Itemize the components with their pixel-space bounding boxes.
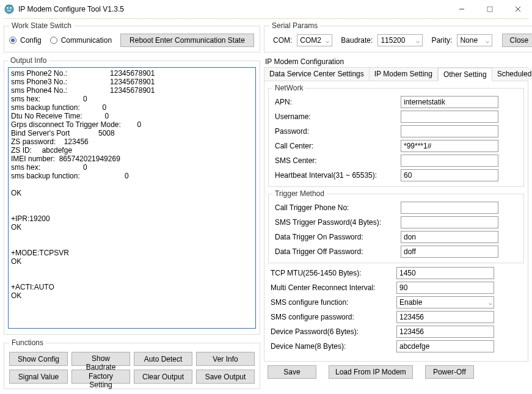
- sms-config-func-select[interactable]: Enable ⌵: [396, 296, 494, 308]
- radio-config-label: Config: [20, 36, 42, 45]
- sms-trigger-pw-input[interactable]: [401, 216, 498, 228]
- load-from-modem-button[interactable]: Load From IP Modem: [329, 365, 413, 379]
- save-output-button[interactable]: Save Output: [196, 370, 255, 384]
- radio-config[interactable]: Config: [9, 36, 42, 45]
- output-info-group: Output Info: [4, 56, 260, 335]
- sms-config-pw-input[interactable]: [396, 311, 494, 323]
- app-icon: [4, 4, 15, 15]
- sms-config-func-label: SMS configure function:: [268, 298, 396, 307]
- minimize-button[interactable]: [448, 0, 476, 18]
- com-value: COM2: [300, 36, 324, 45]
- apn-label: APN:: [272, 98, 401, 106]
- device-name-label: Device Name(8 Bytes):: [268, 342, 396, 351]
- svg-rect-4: [487, 7, 492, 12]
- username-input[interactable]: [401, 111, 498, 123]
- ver-info-button[interactable]: Ver Info: [196, 352, 255, 366]
- chevron-down-icon: ⌵: [324, 37, 330, 44]
- window-title: IP Modem Configure Tool V1.3.5: [18, 5, 124, 13]
- svg-point-1: [7, 7, 9, 9]
- device-name-input[interactable]: [396, 340, 494, 352]
- ip-modem-config-header: IP Modem Configuration: [265, 57, 528, 66]
- password-input[interactable]: [401, 125, 498, 137]
- call-trigger-label: Call Trigger Phone No:: [272, 203, 401, 212]
- multi-center-input[interactable]: [396, 282, 494, 294]
- baudrate-value: 115200: [381, 36, 415, 45]
- data-trigger-on-label: Data Trigger On Password:: [272, 233, 401, 241]
- sms-config-pw-label: SMS configure password:: [268, 313, 396, 321]
- call-center-input[interactable]: [401, 140, 498, 152]
- work-state-group: Work State Switch Config Communication R…: [4, 21, 260, 53]
- tab-scheduled-power[interactable]: Scheduled Pow: [492, 68, 532, 81]
- multi-center-label: Multi Center Reconnect Interval:: [268, 283, 396, 292]
- sms-trigger-pw-label: SMS Trigger Password(4 Bytes):: [272, 218, 401, 227]
- com-select[interactable]: COM2 ⌵: [297, 34, 332, 46]
- sms-center-label: SMS Center:: [272, 156, 401, 165]
- work-state-legend: Work State Switch: [9, 21, 74, 30]
- tcp-mtu-label: TCP MTU(256-1450 Bytes):: [268, 269, 396, 277]
- radio-dot-icon: [50, 37, 57, 44]
- chevron-down-icon: ⌵: [489, 299, 492, 306]
- output-textarea[interactable]: [8, 67, 256, 329]
- trigger-method-legend: Trigger Method: [272, 189, 327, 198]
- call-center-label: Call Center:: [272, 142, 401, 150]
- tab-other-setting[interactable]: Other Setting: [438, 68, 492, 81]
- sms-center-input[interactable]: [401, 155, 498, 167]
- radio-communication[interactable]: Communication: [50, 36, 112, 45]
- data-trigger-on-input[interactable]: [401, 231, 498, 243]
- show-baudrate-button[interactable]: Show Baudrate: [71, 352, 130, 366]
- com-label: COM:: [273, 36, 292, 45]
- close-serial-button[interactable]: Close: [502, 34, 532, 47]
- svg-point-0: [5, 5, 13, 13]
- data-trigger-off-label: Data Trigger Off Password:: [272, 247, 401, 256]
- tab-data-service[interactable]: Data Service Center Settings: [264, 68, 370, 81]
- close-button[interactable]: [504, 0, 532, 18]
- parity-select[interactable]: None ⌵: [457, 34, 492, 46]
- serial-params-group: Serial Params COM: COM2 ⌵ Baudrate: 1152…: [264, 21, 532, 53]
- call-trigger-input[interactable]: [401, 202, 498, 214]
- svg-point-2: [10, 7, 12, 9]
- misc-settings: TCP MTU(256-1450 Bytes): Multi Center Re…: [268, 266, 524, 354]
- tab-ip-modem-setting[interactable]: IP Modem Setting: [370, 68, 438, 81]
- parity-value: None: [460, 36, 484, 45]
- device-pw-label: Device Password(6 Bytes):: [268, 327, 396, 336]
- clear-output-button[interactable]: Clear Output: [134, 370, 192, 384]
- titlebar: IP Modem Configure Tool V1.3.5: [0, 0, 532, 18]
- parity-label: Parity:: [431, 36, 452, 45]
- heartbeat-label: Heartbeat Interval(31 ~ 65535):: [272, 171, 401, 180]
- signal-value-button[interactable]: Signal Value: [9, 370, 68, 384]
- username-label: Username:: [272, 112, 401, 121]
- show-config-button[interactable]: Show Config: [9, 352, 68, 366]
- radio-dot-icon: [9, 37, 16, 44]
- chevron-down-icon: ⌵: [415, 37, 421, 44]
- title-divider: [4, 18, 528, 19]
- apn-input[interactable]: [401, 96, 498, 108]
- maximize-button[interactable]: [476, 0, 504, 18]
- baudrate-label: Baudrate:: [341, 36, 373, 45]
- radio-communication-label: Communication: [61, 36, 112, 45]
- tcp-mtu-input[interactable]: [396, 267, 494, 279]
- power-off-button[interactable]: Power-Off: [425, 365, 474, 379]
- functions-group: Functions Show Config Show Baudrate Auto…: [4, 338, 260, 389]
- functions-legend: Functions: [9, 338, 46, 347]
- reboot-button[interactable]: Reboot Enter Communication State: [120, 34, 254, 47]
- heartbeat-input[interactable]: [401, 169, 498, 181]
- chevron-down-icon: ⌵: [484, 37, 490, 44]
- config-tabs: Data Service Center Settings IP Modem Se…: [264, 67, 528, 362]
- device-pw-input[interactable]: [396, 326, 494, 338]
- data-trigger-off-input[interactable]: [401, 246, 498, 258]
- serial-params-legend: Serial Params: [269, 21, 320, 30]
- save-button[interactable]: Save: [268, 365, 316, 379]
- network-group: NetWork APN: Username: Password: Call Ce…: [268, 84, 524, 187]
- network-legend: NetWork: [272, 84, 305, 92]
- password-label: Password:: [272, 127, 401, 136]
- auto-detect-button[interactable]: Auto Detect: [134, 352, 192, 366]
- trigger-method-group: Trigger Method Call Trigger Phone No: SM…: [268, 189, 524, 263]
- factory-setting-button[interactable]: Factory Setting: [71, 370, 130, 384]
- baudrate-select[interactable]: 115200 ⌵: [377, 34, 423, 46]
- sms-config-func-value: Enable: [399, 298, 422, 307]
- output-info-legend: Output Info: [8, 56, 49, 65]
